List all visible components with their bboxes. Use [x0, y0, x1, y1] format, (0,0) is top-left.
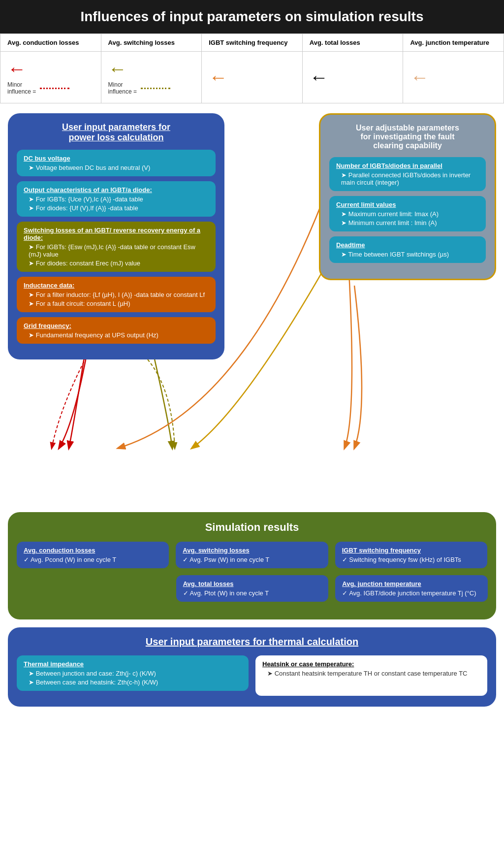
legend-col-1: Avg. conduction losses [0, 34, 101, 52]
avg-total-losses-card: Avg. total losses Avg. Ptot (W) in one c… [176, 575, 329, 602]
legend-arrow-orange: ← [202, 52, 303, 103]
igbt-switching-freq-title: IGBT switching frequency [342, 547, 480, 554]
legend-arrow-black: ← [302, 52, 403, 103]
avg-junction-temp-item: Avg. IGBT/diode junction temperature Tj … [342, 589, 481, 597]
legend-col-2: Avg. switching losses [101, 34, 202, 52]
deadtime-card: Deadtime Time between IGBT switchings (µ… [329, 236, 486, 263]
legend-col-5: Avg. junction temperature [403, 34, 504, 52]
bottom-sections: Simulation results Avg. conduction losse… [0, 512, 504, 707]
switching-losses-title: Switching losses of an IGBT/ reverse rec… [24, 227, 209, 241]
orange-arrow-icon: ← [209, 68, 227, 87]
legend-col-4: Avg. total losses [302, 34, 403, 52]
output-char-title: Output characteristics of an IGBT/a diod… [24, 186, 209, 194]
light-orange-arrow-icon: ← [410, 68, 429, 87]
user-input-title: User input parameters forpower loss calc… [17, 122, 216, 143]
switching-losses-card: Switching losses of an IGBT/ reverse rec… [17, 222, 216, 272]
diagram-top-section: User input parameters forpower loss calc… [0, 103, 504, 512]
inductance-card: Inductance data: For a filter inductor: … [17, 277, 216, 312]
user-input-box: User input parameters forpower loss calc… [8, 113, 224, 359]
page-header: Influences of input parameters on simula… [0, 0, 504, 33]
avg-junction-temp-card: Avg. junction temperature Avg. IGBT/diod… [335, 575, 488, 602]
adjustable-title: User adjustable parametersfor investigat… [329, 124, 486, 150]
legend-arrow-light-orange: ← [403, 52, 504, 103]
minor-influence-label-olive: Minorinfluence = [108, 81, 137, 95]
legend-arrow-olive: ← Minorinfluence = [101, 52, 202, 103]
heatsink-bullet: ➤ [267, 670, 275, 677]
thermal-impedance-item-2: Between case and heatsink: Zth(c-h) (K/W… [29, 679, 242, 686]
dc-bus-title: DC bus voltage [24, 155, 209, 162]
avg-switching-item: Avg. Psw (W) in one cycle T [183, 556, 321, 563]
deadtime-item: Time between IGBT switchings (µs) [341, 251, 479, 258]
switching-losses-item-1: For IGBTs: {Esw (mJ),Ic (A)} -data table… [29, 243, 209, 258]
legend-col-3: IGBT switching frequency [202, 34, 303, 52]
thermal-row: Thermal impedance Between junction and c… [17, 655, 487, 696]
thermal-title: User input parameters for thermal calcul… [17, 636, 487, 648]
igbt-switching-freq-card: IGBT switching frequency Switching frequ… [335, 542, 487, 568]
avg-conduction-item: Avg. Pcond (W) in one cycle T [24, 556, 162, 563]
simulation-bottom-row: Avg. total losses Avg. Ptot (W) in one c… [17, 575, 487, 602]
igbt-number-item: Parallel connected IGBTs/diodes in inver… [341, 171, 479, 186]
heatsink-item: ➤ Constant heatsink temperature TH or co… [267, 670, 480, 677]
page-title: Influences of input parameters on simula… [80, 9, 423, 24]
thermal-box: User input parameters for thermal calcul… [8, 627, 496, 707]
inductance-title: Inductance data: [24, 282, 209, 289]
avg-conduction-card: Avg. conduction losses Avg. Pcond (W) in… [17, 542, 169, 568]
thermal-impedance-item-1: Between junction and case: Zth(j- c) (K/… [29, 670, 242, 677]
igbt-number-title: Number of IGBTs/diodes in parallel [336, 162, 479, 169]
dotted-red-icon [40, 88, 69, 89]
red-arrow-icon: ← [7, 60, 26, 78]
simulation-top-row: Avg. conduction losses Avg. Pcond (W) in… [17, 542, 487, 568]
heatsink-title: Heatsink or case temperature: [262, 660, 480, 668]
current-limit-card: Current limit values Maximum current lim… [329, 196, 486, 231]
simulation-title: Simulation results [17, 521, 487, 534]
current-limit-item-2: Minimum current limit : Imin (A) [341, 219, 479, 227]
minor-influence-label-red: Minorinfluence = [7, 81, 36, 95]
legend-table: Avg. conduction losses Avg. switching lo… [0, 33, 504, 103]
olive-arrow-icon: ← [108, 60, 127, 78]
avg-total-losses-title: Avg. total losses [183, 580, 322, 587]
grid-freq-item: Fundamental frequency at UPS output (Hz) [29, 331, 209, 339]
grid-freq-title: Grid frequency: [24, 322, 209, 329]
adjustable-box: User adjustable parametersfor investigat… [319, 113, 496, 280]
deadtime-title: Deadtime [336, 241, 479, 249]
inductance-item-1: For a filter inductor: {Lf (µH), I (A)} … [29, 291, 209, 298]
igbt-number-card: Number of IGBTs/diodes in parallel Paral… [329, 157, 486, 191]
dc-bus-card: DC bus voltage Voltage between DC bus an… [17, 150, 216, 176]
output-char-item-1: For IGBTs: {Uce (V),Ic (A)} -data table [29, 195, 209, 203]
heatsink-card: Heatsink or case temperature: ➤ Constant… [255, 655, 487, 696]
igbt-switching-freq-item: Switching frequency fsw (kHz) of IGBTs [342, 556, 480, 563]
output-char-item-2: For diodes: {Uf (V),If (A)} -data table [29, 204, 209, 212]
current-limit-title: Current limit values [336, 201, 479, 208]
avg-total-losses-item: Avg. Ptot (W) in one cycle T [183, 589, 322, 597]
avg-junction-temp-title: Avg. junction temperature [342, 580, 481, 587]
dotted-olive-icon [141, 88, 170, 89]
avg-switching-title: Avg. switching losses [183, 547, 321, 554]
thermal-impedance-title: Thermal impedance [24, 660, 242, 668]
simulation-box: Simulation results Avg. conduction losse… [8, 512, 496, 619]
current-limit-item-1: Maximum current limit: Imax (A) [341, 210, 479, 218]
dc-bus-item: Voltage between DC bus and neutral (V) [29, 164, 209, 171]
black-arrow-icon: ← [310, 68, 328, 87]
legend-arrow-red: ← Minorinfluence = [0, 52, 101, 103]
inductance-item-2: For a fault circuit: constant L (µH) [29, 300, 209, 307]
switching-losses-item-2: For diodes: constant Erec (mJ) value [29, 260, 209, 267]
output-char-card: Output characteristics of an IGBT/a diod… [17, 181, 216, 217]
avg-conduction-title: Avg. conduction losses [24, 547, 162, 554]
thermal-impedance-card: Thermal impedance Between junction and c… [17, 655, 249, 691]
avg-switching-card: Avg. switching losses Avg. Psw (W) in on… [176, 542, 328, 568]
grid-freq-card: Grid frequency: Fundamental frequency at… [17, 317, 216, 344]
